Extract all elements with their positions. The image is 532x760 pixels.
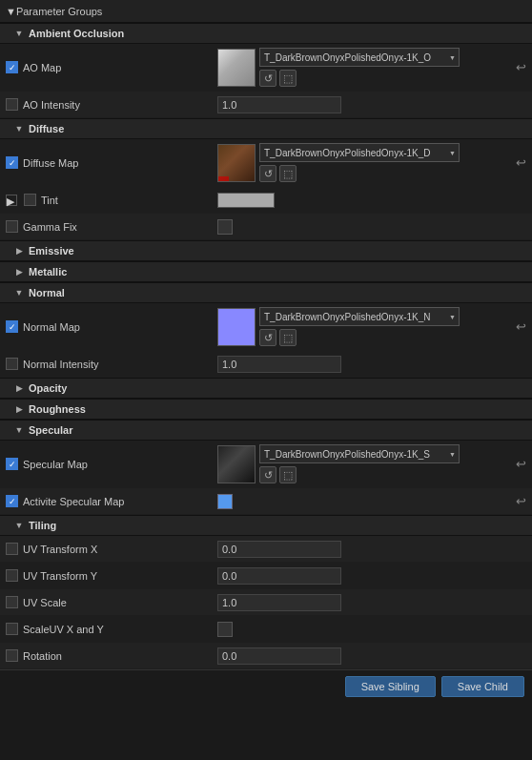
tiling-arrow: ▼ (13, 520, 25, 531)
ao-map-reset-icon[interactable]: ↺ (259, 70, 276, 87)
specular-map-revert-btn[interactable]: ↩ (513, 457, 528, 472)
activite-specular-checkbox[interactable] (6, 495, 18, 507)
uv-transform-y-value (217, 567, 526, 585)
uv-scale-value (217, 594, 526, 611)
tint-color-box[interactable] (217, 193, 275, 208)
uv-transform-y-input[interactable] (217, 567, 341, 585)
diffuse-map-checkbox[interactable] (6, 156, 18, 169)
normal-map-revert-btn[interactable]: ↩ (513, 319, 528, 335)
activite-specular-label: Activite Specular Map (23, 496, 124, 507)
uv-transform-x-value (217, 541, 526, 558)
specular-map-content: T_DarkBrownOnyxPolishedOnyx-1K_S ↺ ⬚ (217, 444, 526, 483)
normal-intensity-label-container: Normal Intensity (6, 358, 217, 370)
ao-intensity-input[interactable] (217, 96, 341, 113)
metallic-label: Metallic (29, 266, 67, 277)
rotation-label-container: Rotation (6, 649, 217, 662)
ao-map-checkbox[interactable] (6, 61, 18, 73)
specular-header[interactable]: ▼ Specular (0, 420, 532, 441)
uv-transform-y-checkbox[interactable] (6, 569, 18, 582)
uv-scale-input[interactable] (217, 594, 341, 611)
ao-map-revert-btn[interactable]: ↩ (513, 60, 528, 75)
normal-map-select[interactable]: T_DarkBrownOnyxPolishedOnyx-1K_N (259, 307, 460, 326)
tint-value (217, 193, 526, 208)
scale-uv-xy-color[interactable] (217, 622, 233, 637)
save-child-button[interactable]: Save Child (441, 676, 524, 697)
normal-intensity-checkbox[interactable] (6, 358, 18, 370)
diffuse-map-revert-btn[interactable]: ↩ (513, 155, 528, 171)
metallic-header[interactable]: ▶ Metallic (0, 261, 532, 282)
normal-map-thumbnail[interactable] (217, 308, 256, 346)
normal-map-browse-icon[interactable]: ⬚ (279, 329, 297, 346)
diffuse-map-reset-icon[interactable]: ↺ (259, 165, 276, 182)
specular-map-thumbnail[interactable] (217, 445, 256, 483)
save-sibling-button[interactable]: Save Sibling (345, 676, 436, 697)
activite-specular-color[interactable] (217, 494, 233, 509)
uv-transform-x-label-container: UV Transform X (6, 543, 217, 555)
specular-map-select-container: T_DarkBrownOnyxPolishedOnyx-1K_S (259, 444, 460, 463)
specular-map-checkbox[interactable] (6, 458, 18, 470)
ao-intensity-value (217, 96, 526, 113)
ao-intensity-row: AO Intensity (0, 92, 532, 118)
normal-map-checkbox[interactable] (6, 320, 18, 333)
normal-header[interactable]: ▼ Normal (0, 282, 532, 303)
scale-uv-xy-checkbox[interactable] (6, 623, 18, 635)
gamma-fix-color[interactable] (217, 219, 233, 235)
ambient-occlusion-label: Ambient Occlusion (29, 28, 124, 39)
scale-uv-xy-label: ScaleUV X and Y (23, 624, 104, 635)
gamma-fix-value (217, 219, 526, 235)
parameter-groups-panel: ▼ Parameter Groups ▼ Ambient Occlusion A… (0, 0, 532, 703)
diffuse-map-select-wrapper: T_DarkBrownOnyxPolishedOnyx-1K_D ↺ ⬚ (259, 143, 460, 182)
uv-scale-label: UV Scale (23, 597, 67, 608)
rotation-input[interactable] (217, 647, 341, 665)
normal-map-label-container: Normal Map (6, 320, 217, 333)
specular-map-icons: ↺ ⬚ (259, 466, 460, 483)
uv-transform-y-row: UV Transform Y (0, 563, 532, 589)
normal-intensity-row: Normal Intensity (0, 351, 532, 378)
specular-map-select[interactable]: T_DarkBrownOnyxPolishedOnyx-1K_S (259, 444, 460, 463)
specular-map-browse-icon[interactable]: ⬚ (279, 466, 297, 483)
gamma-fix-checkbox[interactable] (6, 220, 18, 233)
specular-map-row: Specular Map T_DarkBrownOnyxPolishedOnyx… (0, 441, 532, 488)
normal-intensity-label: Normal Intensity (23, 359, 98, 370)
ao-map-select[interactable]: T_DarkBrownOnyxPolishedOnyx-1K_O (259, 48, 460, 67)
activite-specular-revert-btn[interactable]: ↩ (513, 494, 528, 509)
tint-checkbox[interactable] (24, 194, 36, 206)
gamma-fix-row: Gamma Fix (0, 214, 532, 240)
diffuse-header[interactable]: ▼ Diffuse (0, 118, 532, 139)
specular-map-reset-icon[interactable]: ↺ (259, 466, 276, 483)
uv-transform-x-checkbox[interactable] (6, 543, 18, 555)
normal-map-icons: ↺ ⬚ (259, 329, 460, 346)
diffuse-map-label: Diffuse Map (23, 157, 79, 169)
ao-map-label: AO Map (23, 62, 61, 73)
roughness-arrow: ▶ (13, 403, 25, 415)
diffuse-map-select-container: T_DarkBrownOnyxPolishedOnyx-1K_D (259, 143, 460, 162)
uv-scale-checkbox[interactable] (6, 596, 18, 608)
diffuse-map-select[interactable]: T_DarkBrownOnyxPolishedOnyx-1K_D (259, 143, 460, 162)
parameter-groups-title: Parameter Groups (16, 6, 102, 17)
tiling-header[interactable]: ▼ Tiling (0, 515, 532, 536)
diffuse-map-browse-icon[interactable]: ⬚ (279, 165, 297, 182)
rotation-checkbox[interactable] (6, 649, 18, 662)
uv-transform-x-row: UV Transform X (0, 536, 532, 563)
opacity-header[interactable]: ▶ Opacity (0, 378, 532, 399)
activite-specular-label-container: Activite Specular Map (6, 495, 217, 507)
normal-intensity-input[interactable] (217, 356, 341, 373)
normal-map-reset-icon[interactable]: ↺ (259, 329, 276, 346)
specular-arrow: ▼ (13, 424, 25, 436)
tint-expand-arrow[interactable]: ▶ (6, 195, 17, 206)
gamma-fix-label-container: Gamma Fix (6, 220, 217, 233)
ao-map-thumbnail[interactable] (217, 49, 256, 87)
ao-intensity-checkbox[interactable] (6, 98, 18, 111)
ao-map-select-wrapper: T_DarkBrownOnyxPolishedOnyx-1K_O ↺ ⬚ (259, 48, 460, 87)
roughness-header[interactable]: ▶ Roughness (0, 399, 532, 420)
diffuse-map-thumbnail[interactable] (217, 144, 256, 182)
uv-transform-y-label-container: UV Transform Y (6, 569, 217, 582)
footer: Save Sibling Save Child (0, 669, 532, 703)
tint-label-container: ▶ Tint (6, 194, 217, 206)
ao-map-browse-icon[interactable]: ⬚ (279, 70, 297, 87)
diffuse-map-content: T_DarkBrownOnyxPolishedOnyx-1K_D ↺ ⬚ (217, 143, 526, 182)
parameter-groups-header[interactable]: ▼ Parameter Groups (0, 0, 532, 23)
uv-transform-x-input[interactable] (217, 541, 341, 558)
ambient-occlusion-header[interactable]: ▼ Ambient Occlusion (0, 23, 532, 44)
emissive-header[interactable]: ▶ Emissive (0, 240, 532, 261)
